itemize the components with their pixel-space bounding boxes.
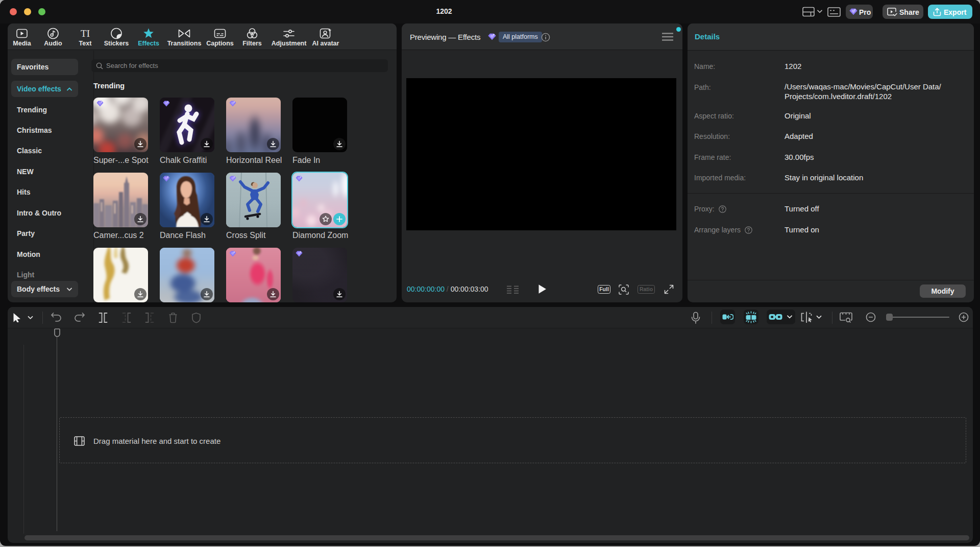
svg-text:TI: TI <box>81 28 90 39</box>
